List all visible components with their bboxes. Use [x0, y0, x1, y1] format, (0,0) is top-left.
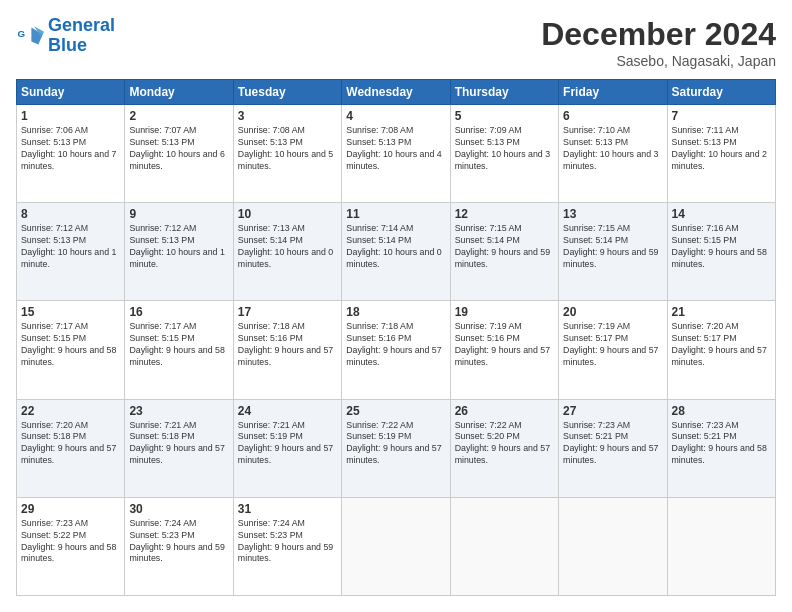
day-info: Sunrise: 7:23 AM Sunset: 5:22 PM Dayligh… — [21, 518, 120, 566]
day-info: Sunrise: 7:12 AM Sunset: 5:13 PM Dayligh… — [21, 223, 120, 271]
table-row: 12 Sunrise: 7:15 AM Sunset: 5:14 PM Dayl… — [450, 203, 558, 301]
calendar-week-row-2: 8 Sunrise: 7:12 AM Sunset: 5:13 PM Dayli… — [17, 203, 776, 301]
table-row: 10 Sunrise: 7:13 AM Sunset: 5:14 PM Dayl… — [233, 203, 341, 301]
day-number: 5 — [455, 109, 554, 123]
calendar-header-row: Sunday Monday Tuesday Wednesday Thursday… — [17, 80, 776, 105]
day-number: 21 — [672, 305, 771, 319]
day-number: 26 — [455, 404, 554, 418]
day-info: Sunrise: 7:20 AM Sunset: 5:17 PM Dayligh… — [672, 321, 771, 369]
logo-icon: G — [16, 22, 44, 50]
col-tuesday: Tuesday — [233, 80, 341, 105]
col-thursday: Thursday — [450, 80, 558, 105]
day-info: Sunrise: 7:11 AM Sunset: 5:13 PM Dayligh… — [672, 125, 771, 173]
logo-line1: General — [48, 15, 115, 35]
table-row: 13 Sunrise: 7:15 AM Sunset: 5:14 PM Dayl… — [559, 203, 667, 301]
table-row: 28 Sunrise: 7:23 AM Sunset: 5:21 PM Dayl… — [667, 399, 775, 497]
day-info: Sunrise: 7:22 AM Sunset: 5:20 PM Dayligh… — [455, 420, 554, 468]
col-friday: Friday — [559, 80, 667, 105]
day-number: 22 — [21, 404, 120, 418]
day-number: 10 — [238, 207, 337, 221]
day-number: 17 — [238, 305, 337, 319]
logo: G General Blue — [16, 16, 115, 56]
table-row: 16 Sunrise: 7:17 AM Sunset: 5:15 PM Dayl… — [125, 301, 233, 399]
col-wednesday: Wednesday — [342, 80, 450, 105]
day-number: 19 — [455, 305, 554, 319]
day-number: 16 — [129, 305, 228, 319]
day-info: Sunrise: 7:16 AM Sunset: 5:15 PM Dayligh… — [672, 223, 771, 271]
day-number: 1 — [21, 109, 120, 123]
table-row — [450, 497, 558, 595]
day-info: Sunrise: 7:14 AM Sunset: 5:14 PM Dayligh… — [346, 223, 445, 271]
day-number: 23 — [129, 404, 228, 418]
table-row: 3 Sunrise: 7:08 AM Sunset: 5:13 PM Dayli… — [233, 105, 341, 203]
day-info: Sunrise: 7:15 AM Sunset: 5:14 PM Dayligh… — [563, 223, 662, 271]
table-row: 19 Sunrise: 7:19 AM Sunset: 5:16 PM Dayl… — [450, 301, 558, 399]
day-number: 12 — [455, 207, 554, 221]
day-number: 3 — [238, 109, 337, 123]
day-number: 18 — [346, 305, 445, 319]
day-info: Sunrise: 7:19 AM Sunset: 5:16 PM Dayligh… — [455, 321, 554, 369]
table-row — [559, 497, 667, 595]
table-row: 5 Sunrise: 7:09 AM Sunset: 5:13 PM Dayli… — [450, 105, 558, 203]
svg-text:G: G — [17, 28, 25, 39]
table-row: 29 Sunrise: 7:23 AM Sunset: 5:22 PM Dayl… — [17, 497, 125, 595]
day-number: 4 — [346, 109, 445, 123]
table-row: 17 Sunrise: 7:18 AM Sunset: 5:16 PM Dayl… — [233, 301, 341, 399]
day-info: Sunrise: 7:19 AM Sunset: 5:17 PM Dayligh… — [563, 321, 662, 369]
day-number: 13 — [563, 207, 662, 221]
day-number: 28 — [672, 404, 771, 418]
location: Sasebo, Nagasaki, Japan — [541, 53, 776, 69]
day-info: Sunrise: 7:18 AM Sunset: 5:16 PM Dayligh… — [238, 321, 337, 369]
table-row: 23 Sunrise: 7:21 AM Sunset: 5:18 PM Dayl… — [125, 399, 233, 497]
day-number: 2 — [129, 109, 228, 123]
day-info: Sunrise: 7:17 AM Sunset: 5:15 PM Dayligh… — [129, 321, 228, 369]
day-info: Sunrise: 7:20 AM Sunset: 5:18 PM Dayligh… — [21, 420, 120, 468]
calendar-table: Sunday Monday Tuesday Wednesday Thursday… — [16, 79, 776, 596]
table-row: 26 Sunrise: 7:22 AM Sunset: 5:20 PM Dayl… — [450, 399, 558, 497]
table-row: 24 Sunrise: 7:21 AM Sunset: 5:19 PM Dayl… — [233, 399, 341, 497]
table-row: 7 Sunrise: 7:11 AM Sunset: 5:13 PM Dayli… — [667, 105, 775, 203]
day-info: Sunrise: 7:12 AM Sunset: 5:13 PM Dayligh… — [129, 223, 228, 271]
day-info: Sunrise: 7:24 AM Sunset: 5:23 PM Dayligh… — [238, 518, 337, 566]
day-info: Sunrise: 7:23 AM Sunset: 5:21 PM Dayligh… — [672, 420, 771, 468]
table-row: 1 Sunrise: 7:06 AM Sunset: 5:13 PM Dayli… — [17, 105, 125, 203]
logo-text: General Blue — [48, 16, 115, 56]
day-number: 6 — [563, 109, 662, 123]
day-info: Sunrise: 7:06 AM Sunset: 5:13 PM Dayligh… — [21, 125, 120, 173]
day-info: Sunrise: 7:18 AM Sunset: 5:16 PM Dayligh… — [346, 321, 445, 369]
table-row: 21 Sunrise: 7:20 AM Sunset: 5:17 PM Dayl… — [667, 301, 775, 399]
day-info: Sunrise: 7:22 AM Sunset: 5:19 PM Dayligh… — [346, 420, 445, 468]
day-number: 8 — [21, 207, 120, 221]
table-row: 31 Sunrise: 7:24 AM Sunset: 5:23 PM Dayl… — [233, 497, 341, 595]
table-row: 20 Sunrise: 7:19 AM Sunset: 5:17 PM Dayl… — [559, 301, 667, 399]
day-info: Sunrise: 7:13 AM Sunset: 5:14 PM Dayligh… — [238, 223, 337, 271]
day-number: 7 — [672, 109, 771, 123]
title-block: December 2024 Sasebo, Nagasaki, Japan — [541, 16, 776, 69]
day-info: Sunrise: 7:08 AM Sunset: 5:13 PM Dayligh… — [346, 125, 445, 173]
col-saturday: Saturday — [667, 80, 775, 105]
table-row: 27 Sunrise: 7:23 AM Sunset: 5:21 PM Dayl… — [559, 399, 667, 497]
table-row: 14 Sunrise: 7:16 AM Sunset: 5:15 PM Dayl… — [667, 203, 775, 301]
day-number: 29 — [21, 502, 120, 516]
day-info: Sunrise: 7:17 AM Sunset: 5:15 PM Dayligh… — [21, 321, 120, 369]
col-monday: Monday — [125, 80, 233, 105]
table-row: 2 Sunrise: 7:07 AM Sunset: 5:13 PM Dayli… — [125, 105, 233, 203]
page: G General Blue December 2024 Sasebo, Nag… — [0, 0, 792, 612]
table-row: 18 Sunrise: 7:18 AM Sunset: 5:16 PM Dayl… — [342, 301, 450, 399]
day-info: Sunrise: 7:09 AM Sunset: 5:13 PM Dayligh… — [455, 125, 554, 173]
table-row: 11 Sunrise: 7:14 AM Sunset: 5:14 PM Dayl… — [342, 203, 450, 301]
day-info: Sunrise: 7:07 AM Sunset: 5:13 PM Dayligh… — [129, 125, 228, 173]
table-row: 25 Sunrise: 7:22 AM Sunset: 5:19 PM Dayl… — [342, 399, 450, 497]
table-row — [667, 497, 775, 595]
day-number: 15 — [21, 305, 120, 319]
table-row: 30 Sunrise: 7:24 AM Sunset: 5:23 PM Dayl… — [125, 497, 233, 595]
table-row — [342, 497, 450, 595]
logo-line2: Blue — [48, 35, 87, 55]
day-info: Sunrise: 7:10 AM Sunset: 5:13 PM Dayligh… — [563, 125, 662, 173]
calendar-week-row-1: 1 Sunrise: 7:06 AM Sunset: 5:13 PM Dayli… — [17, 105, 776, 203]
month-title: December 2024 — [541, 16, 776, 53]
day-info: Sunrise: 7:21 AM Sunset: 5:18 PM Dayligh… — [129, 420, 228, 468]
day-info: Sunrise: 7:23 AM Sunset: 5:21 PM Dayligh… — [563, 420, 662, 468]
day-info: Sunrise: 7:24 AM Sunset: 5:23 PM Dayligh… — [129, 518, 228, 566]
day-number: 11 — [346, 207, 445, 221]
